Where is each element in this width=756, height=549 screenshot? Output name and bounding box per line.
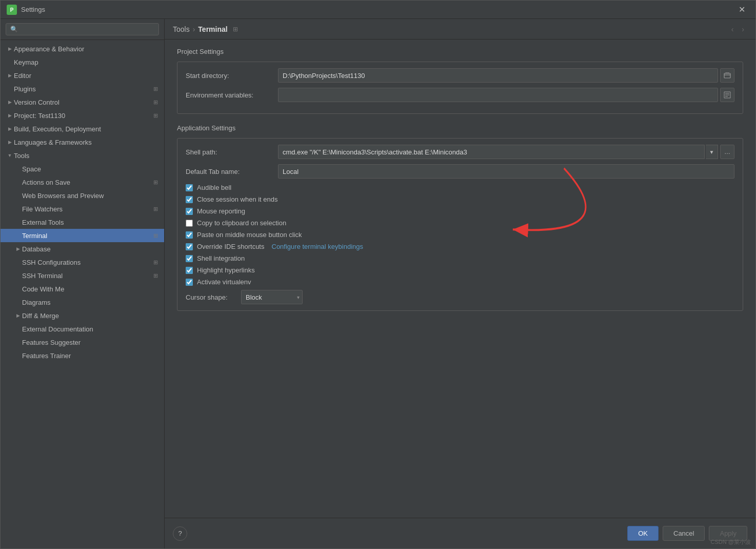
sidebar-item-label: Terminal <box>22 232 152 240</box>
panel-body: Project Settings Start directory: <box>165 40 755 518</box>
audible-bell-checkbox[interactable] <box>186 184 193 191</box>
sidebar-item-external-documentation[interactable]: External Documentation <box>1 322 164 336</box>
default-tab-row: Default Tab name: <box>186 164 734 179</box>
sidebar-item-external-tools[interactable]: External Tools <box>1 215 164 229</box>
start-directory-control <box>278 68 734 83</box>
sidebar-item-actions-on-save[interactable]: Actions on Save ⊞ <box>1 175 164 189</box>
expand-icon: ▶ <box>6 138 14 146</box>
search-input[interactable] <box>6 23 159 35</box>
close-session-checkbox[interactable] <box>186 196 193 203</box>
shell-integration-label: Shell integration <box>197 254 245 262</box>
sidebar-item-build-exec-deploy[interactable]: ▶ Build, Execution, Deployment <box>1 122 164 135</box>
breadcrumb-current: Terminal <box>198 25 227 33</box>
checkbox-close-session: Close session when it ends <box>186 195 734 203</box>
start-directory-browse-btn[interactable] <box>720 68 734 83</box>
override-ide-shortcuts-checkbox[interactable] <box>186 243 193 250</box>
sidebar-item-label: Tools <box>14 152 159 160</box>
settings-icon: ⊞ <box>152 272 159 279</box>
expand-icon-spacer <box>14 285 22 293</box>
shell-path-control: ▼ … <box>278 145 734 159</box>
sidebar-item-editor[interactable]: ▶ Editor <box>1 69 164 82</box>
expand-icon-spacer <box>14 351 22 360</box>
right-panel: Tools › Terminal ⊞ ‹ › Project Settings <box>165 19 755 518</box>
sidebar-item-diff-merge[interactable]: ▶ Diff & Merge <box>1 309 164 322</box>
sidebar-item-tools[interactable]: ▼ Tools <box>1 149 164 162</box>
expand-icon: ▶ <box>6 111 14 120</box>
bottom-bar: ? OK Cancel Apply <box>165 518 755 548</box>
sidebar-item-label: Web Browsers and Preview <box>22 192 159 200</box>
activate-virtualenv-checkbox[interactable] <box>186 279 193 286</box>
sidebar-item-label: Keymap <box>14 58 159 66</box>
sidebar-item-terminal[interactable]: Terminal ⊞ <box>1 229 164 242</box>
sidebar-item-label: Database <box>22 245 159 253</box>
sidebar-item-database[interactable]: ▶ Database <box>1 242 164 256</box>
sidebar-item-diagrams[interactable]: Diagrams <box>1 296 164 309</box>
sidebar-item-keymap[interactable]: Keymap <box>1 55 164 69</box>
env-variables-input[interactable] <box>278 88 718 102</box>
shell-integration-checkbox[interactable] <box>186 255 193 262</box>
copy-clipboard-checkbox[interactable] <box>186 220 193 227</box>
sidebar-item-label: Appearance & Behavior <box>14 45 159 53</box>
sidebar-item-ssh-configurations[interactable]: SSH Configurations ⊞ <box>1 256 164 269</box>
sidebar-item-web-browsers[interactable]: Web Browsers and Preview <box>1 189 164 202</box>
sidebar-item-code-with-me[interactable]: Code With Me <box>1 282 164 296</box>
back-button[interactable]: ‹ <box>728 24 737 34</box>
settings-window: P Settings ✕ ▶ Appearance & Behavior Key… <box>0 0 756 549</box>
sidebar-item-label: Features Suggester <box>22 339 159 346</box>
configure-keybindings-link[interactable]: Configure terminal keybindings <box>272 243 363 250</box>
cursor-shape-select[interactable]: Block Underline I-Beam <box>241 290 303 304</box>
sidebar-item-label: Code With Me <box>22 285 159 293</box>
sidebar-item-label: File Watchers <box>22 205 152 213</box>
sidebar-item-project-test1130[interactable]: ▶ Project: Test1130 ⊞ <box>1 109 164 122</box>
env-variables-edit-btn[interactable] <box>720 88 734 102</box>
expand-icon: ▶ <box>6 45 14 53</box>
sidebar-item-features-suggester[interactable]: Features Suggester <box>1 336 164 349</box>
help-button[interactable]: ? <box>173 526 187 541</box>
shell-path-input[interactable] <box>278 145 705 159</box>
sidebar-item-space[interactable]: Space <box>1 162 164 175</box>
default-tab-control <box>278 164 734 179</box>
window-title: Settings <box>21 6 734 13</box>
project-settings-box: Start directory: <box>177 62 743 114</box>
sidebar-item-languages-frameworks[interactable]: ▶ Languages & Frameworks <box>1 135 164 149</box>
breadcrumb-sep: › <box>193 25 195 33</box>
expand-icon-spacer <box>14 231 22 240</box>
sidebar-item-appearance-behavior[interactable]: ▶ Appearance & Behavior <box>1 42 164 55</box>
start-directory-input[interactable] <box>278 68 718 83</box>
ok-button[interactable]: OK <box>627 526 659 541</box>
shell-path-row: Shell path: ▼ … <box>186 145 734 159</box>
mouse-reporting-checkbox[interactable] <box>186 208 193 215</box>
shell-path-label: Shell path: <box>186 148 278 156</box>
sidebar-item-version-control[interactable]: ▶ Version Control ⊞ <box>1 95 164 109</box>
shell-path-more-btn[interactable]: … <box>720 145 734 159</box>
checkbox-audible-bell: Audible bell <box>186 184 734 191</box>
highlight-hyperlinks-checkbox[interactable] <box>186 267 193 274</box>
cancel-button[interactable]: Cancel <box>663 526 705 541</box>
default-tab-input[interactable] <box>278 164 734 179</box>
expand-icon-spacer <box>14 325 22 333</box>
expand-icon: ▶ <box>14 311 22 320</box>
sidebar-item-plugins[interactable]: Plugins ⊞ <box>1 82 164 95</box>
env-variables-row: Environment variables: <box>186 88 734 102</box>
sidebar-item-features-trainer[interactable]: Features Trainer <box>1 349 164 362</box>
expand-icon: ▶ <box>6 125 14 133</box>
breadcrumb-icon: ⊞ <box>233 26 238 33</box>
sidebar-item-file-watchers[interactable]: File Watchers ⊞ <box>1 202 164 215</box>
paste-middle-click-checkbox[interactable] <box>186 231 193 239</box>
breadcrumb-root[interactable]: Tools <box>173 25 190 33</box>
sidebar-item-label: External Documentation <box>22 325 159 333</box>
forward-button[interactable]: › <box>739 24 747 34</box>
settings-icon: ⊞ <box>152 85 159 92</box>
watermark: CSDN @菜小波 <box>711 538 751 546</box>
copy-clipboard-label: Copy to clipboard on selection <box>197 219 286 227</box>
shell-path-dropdown-btn[interactable]: ▼ <box>706 145 718 159</box>
sidebar-item-label: Features Trainer <box>22 352 159 360</box>
sidebar-item-ssh-terminal[interactable]: SSH Terminal ⊞ <box>1 269 164 282</box>
app-icon: P <box>7 5 17 15</box>
env-variables-control <box>278 88 734 102</box>
sidebar-item-label: Actions on Save <box>22 179 152 186</box>
close-button[interactable]: ✕ <box>734 3 749 16</box>
override-ide-shortcuts-label: Override IDE shortcuts <box>197 243 265 250</box>
app-settings-title: Application Settings <box>177 124 743 132</box>
paste-middle-click-label: Paste on middle mouse button click <box>197 231 302 239</box>
